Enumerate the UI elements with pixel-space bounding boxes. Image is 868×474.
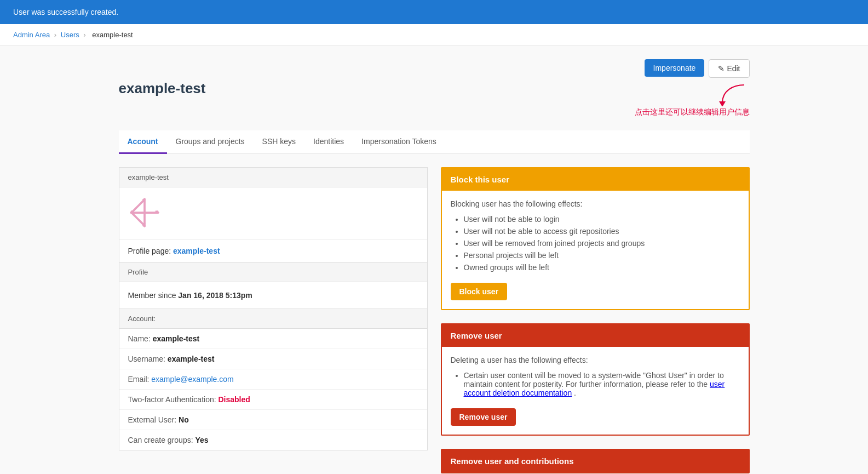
email-row: Email: example@example.com xyxy=(119,369,427,390)
tab-groups[interactable]: Groups and projects xyxy=(167,130,254,154)
remove-effects-list: Certain user content will be moved to a … xyxy=(451,371,740,397)
breadcrumb-sep1: › xyxy=(54,31,59,39)
breadcrumb-users[interactable]: Users xyxy=(61,31,79,39)
block-effect-3: User will be removed from joined project… xyxy=(464,239,740,248)
edit-label: Edit xyxy=(727,64,740,73)
remove-card-body: Deleting a user has the following effect… xyxy=(442,347,749,435)
tab-tokens[interactable]: Impersonation Tokens xyxy=(353,130,445,154)
can-create-groups-row: Can create groups: Yes xyxy=(119,430,427,450)
impersonate-button[interactable]: Impersonate xyxy=(645,59,705,77)
remove-card-header: Remove user xyxy=(442,324,749,347)
profile-link-row: Profile page: example-test xyxy=(119,240,427,262)
profile-header: Profile xyxy=(119,262,427,282)
remove-contributions-header: Remove user and contributions xyxy=(442,450,749,472)
arrow-annotation-icon xyxy=(717,82,750,106)
banner-message: User was successfully created. xyxy=(13,8,118,16)
two-factor-row: Two-factor Authentication: Disabled xyxy=(119,390,427,410)
right-column: Block this user Blocking user has the fo… xyxy=(441,167,750,473)
remove-ghost-info: Certain user content will be moved to a … xyxy=(464,371,740,397)
edit-icon: ✎ xyxy=(718,64,725,73)
account-header: Account: xyxy=(119,309,427,329)
hint-text: 点击这里还可以继续编辑用户信息 xyxy=(635,107,750,117)
tab-identities[interactable]: Identities xyxy=(304,130,353,154)
profile-section: Profile Member since Jan 16, 2018 5:13pm xyxy=(119,262,428,309)
block-effect-4: Personal projects will be left xyxy=(464,251,740,260)
breadcrumb-sep2: › xyxy=(83,31,88,39)
external-user-value: No xyxy=(179,415,189,424)
tab-account[interactable]: Account xyxy=(119,130,167,154)
remove-user-button[interactable]: Remove user xyxy=(451,408,516,426)
block-effects-list: User will not be able to login User will… xyxy=(451,215,740,272)
name-row: Name: example-test xyxy=(119,329,427,349)
page-header: example-test Impersonate ✎ Edit 点击这里还可以继… xyxy=(119,59,750,117)
block-effect-1: User will not be able to login xyxy=(464,215,740,224)
email-link[interactable]: example@example.com xyxy=(151,375,233,384)
account-rows: Name: example-test Username: example-tes… xyxy=(119,329,427,450)
main-content: example-test xyxy=(119,167,750,473)
username-row: Username: example-test xyxy=(119,349,427,369)
left-column: example-test xyxy=(119,167,428,473)
edit-button[interactable]: ✎ Edit xyxy=(709,59,749,78)
block-user-button[interactable]: Block user xyxy=(451,283,508,300)
external-user-row: External User: No xyxy=(119,410,427,430)
tab-ssh[interactable]: SSH keys xyxy=(254,130,304,154)
remove-user-card: Remove user Deleting a user has the foll… xyxy=(441,323,750,436)
profile-link[interactable]: example-test xyxy=(173,247,220,255)
block-effect-5: Owned groups will be left xyxy=(464,263,740,272)
member-since: Member since Jan 16, 2018 5:13pm xyxy=(119,282,427,309)
avatar-container xyxy=(119,187,427,240)
block-card-header: Block this user xyxy=(442,168,749,191)
block-user-card: Block this user Blocking user has the fo… xyxy=(441,167,750,310)
account-section: Account: Name: example-test Username: ex… xyxy=(119,309,428,450)
username-value: example-test xyxy=(168,355,215,363)
tabs-bar: Account Groups and projects SSH keys Ide… xyxy=(119,130,750,154)
breadcrumb-admin[interactable]: Admin Area xyxy=(13,31,50,39)
two-factor-value: Disabled xyxy=(218,395,250,404)
block-card-body: Blocking user has the following effects:… xyxy=(442,191,749,309)
svg-marker-0 xyxy=(719,101,726,106)
block-description: Blocking user has the following effects: xyxy=(451,199,740,208)
breadcrumb: Admin Area › Users › example-test xyxy=(0,24,868,46)
annotation-container: 点击这里还可以继续编辑用户信息 xyxy=(635,82,750,117)
profile-page-label: Profile page: xyxy=(128,247,171,255)
username-section: example-test xyxy=(119,167,428,262)
remove-contributions-card: Remove user and contributions xyxy=(441,449,750,473)
header-buttons: Impersonate ✎ Edit xyxy=(645,59,750,78)
block-effect-2: User will not be able to access git repo… xyxy=(464,227,740,236)
remove-description: Deleting a user has the following effect… xyxy=(451,356,740,364)
avatar xyxy=(128,196,161,229)
page-title: example-test xyxy=(119,80,206,97)
can-create-value: Yes xyxy=(195,436,208,444)
member-since-date: Jan 16, 2018 5:13pm xyxy=(178,291,252,300)
username-header: example-test xyxy=(119,168,427,187)
success-banner: User was successfully created. xyxy=(0,0,868,24)
name-value: example-test xyxy=(153,334,200,343)
breadcrumb-current: example-test xyxy=(92,31,133,39)
